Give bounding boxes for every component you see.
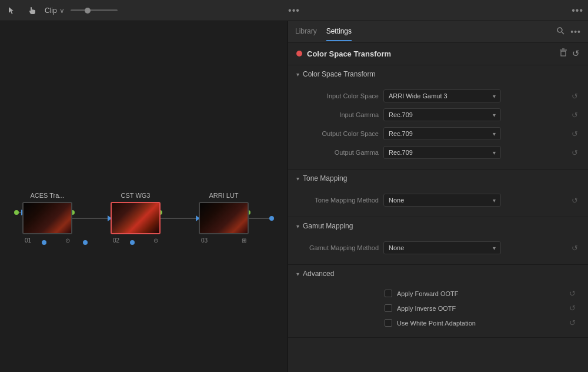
delete-effect-button[interactable] <box>559 48 567 59</box>
node-aces[interactable]: ACES Tra... 01 ⊙ <box>22 192 72 245</box>
svg-line-17 <box>562 32 564 35</box>
section-gamut-mapping-body: Gamut Mapping Method None ▾ ↺ <box>288 235 588 264</box>
select-tool-button[interactable] <box>5 5 19 16</box>
toolbar-right: ••• <box>572 5 583 16</box>
node-arri-body[interactable] <box>199 202 249 234</box>
zoom-slider[interactable] <box>71 9 118 11</box>
input-color-space-reset[interactable]: ↺ <box>569 92 580 101</box>
node-arri-icon: ⊞ <box>242 237 246 244</box>
input-color-space-label: Input Color Space <box>296 92 379 99</box>
input-gamma-row: Input Gamma Rec.709 ▾ ↺ <box>296 105 580 124</box>
section-cst: ▾ Color Space Transform Input Color Spac… <box>288 65 588 170</box>
output-gamma-reset[interactable]: ↺ <box>569 148 580 157</box>
node-arri[interactable]: ARRI LUT 03 ⊞ <box>199 192 249 245</box>
node-cst-body[interactable] <box>111 202 161 234</box>
tabs-container: Library Settings <box>295 22 352 41</box>
hand-tool-button[interactable] <box>25 5 39 16</box>
input-color-space-control: ARRI Wide Gamut 3 ▾ <box>383 89 564 102</box>
node-aces-icon: ⊙ <box>65 237 70 244</box>
apply-forward-ootf-checkbox[interactable] <box>385 290 392 297</box>
input-gamma-dropdown[interactable]: Rec.709 ▾ <box>383 108 501 121</box>
gamut-mapping-method-value: None <box>389 244 404 251</box>
node-aces-footer: 01 ⊙ <box>22 236 72 245</box>
section-tone-mapping-body: Tone Mapping Method None ▾ ↺ <box>288 187 588 217</box>
use-white-point-reset[interactable]: ↺ <box>569 318 580 327</box>
effect-header: Color Space Transform ↺ <box>288 42 588 65</box>
output-color-space-reset[interactable]: ↺ <box>569 129 580 138</box>
input-gamma-value: Rec.709 <box>389 111 413 118</box>
clip-dropdown-arrow[interactable]: ∨ <box>59 6 65 15</box>
use-white-point-checkbox[interactable] <box>385 319 392 327</box>
section-advanced-body: Apply Forward OOTF ↺ Apply Inverse OOTF … <box>288 283 588 337</box>
tone-mapping-method-reset[interactable]: ↺ <box>569 196 580 205</box>
section-cst-header[interactable]: ▾ Color Space Transform <box>288 65 588 83</box>
tab-library-label: Library <box>295 27 317 35</box>
gamut-mapping-method-reset[interactable]: ↺ <box>569 244 580 253</box>
apply-forward-ootf-reset[interactable]: ↺ <box>569 289 580 298</box>
output-color-space-dropdown[interactable]: Rec.709 ▾ <box>383 127 501 140</box>
section-tone-mapping-title: Tone Mapping <box>303 174 347 182</box>
toolbar-dots-1[interactable]: ••• <box>288 5 300 15</box>
zoom-thumb[interactable] <box>85 8 91 14</box>
output-color-space-arrow: ▾ <box>493 131 496 137</box>
use-white-point-label: Use White Point Adaptation <box>397 320 476 327</box>
tone-mapping-method-label: Tone Mapping Method <box>296 197 379 204</box>
output-gamma-row: Output Gamma Rec.709 ▾ ↺ <box>296 143 580 162</box>
node-editor-panel: ACES Tra... 01 ⊙ CST WG3 02 ⊙ <box>0 21 288 372</box>
section-cst-body: Input Color Space ARRI Wide Gamut 3 ▾ ↺ … <box>288 83 588 169</box>
panel-menu-button[interactable]: ••• <box>570 27 581 36</box>
node-aces-label: ACES Tra... <box>30 192 64 199</box>
svg-point-7 <box>14 210 19 215</box>
apply-inverse-ootf-label: Apply Inverse OOTF <box>397 305 456 312</box>
input-gamma-arrow: ▾ <box>493 112 496 118</box>
node-arri-num: 03 <box>201 237 208 244</box>
toolbar-dots-2[interactable]: ••• <box>572 5 583 15</box>
svg-point-12 <box>83 240 88 245</box>
section-gamut-mapping-arrow: ▾ <box>296 223 299 230</box>
svg-rect-18 <box>561 51 566 56</box>
node-cst-thumbnail <box>112 203 159 233</box>
effect-actions: ↺ <box>559 48 580 59</box>
apply-inverse-ootf-row: Apply Inverse OOTF ↺ <box>296 301 580 315</box>
node-arri-thumbnail <box>200 203 248 233</box>
gamut-mapping-method-dropdown[interactable]: None ▾ <box>383 241 501 254</box>
section-gamut-mapping-header[interactable]: ▾ Gamut Mapping <box>288 217 588 235</box>
tab-library[interactable]: Library <box>295 22 317 41</box>
search-button[interactable] <box>556 26 564 36</box>
gamut-mapping-method-row: Gamut Mapping Method None ▾ ↺ <box>296 238 580 257</box>
output-gamma-dropdown[interactable]: Rec.709 ▾ <box>383 146 501 159</box>
section-tone-mapping-header[interactable]: ▾ Tone Mapping <box>288 170 588 187</box>
node-graph[interactable]: ACES Tra... 01 ⊙ CST WG3 02 ⊙ <box>0 21 288 372</box>
section-gamut-mapping: ▾ Gamut Mapping Gamut Mapping Method Non… <box>288 217 588 265</box>
section-gamut-mapping-title: Gamut Mapping <box>303 222 353 230</box>
node-arri-label: ARRI LUT <box>209 192 238 199</box>
node-aces-body[interactable] <box>22 202 72 234</box>
gamut-mapping-method-control: None ▾ <box>383 241 564 254</box>
gamut-mapping-method-arrow: ▾ <box>493 245 496 251</box>
input-gamma-reset[interactable]: ↺ <box>569 111 580 119</box>
input-color-space-dropdown[interactable]: ARRI Wide Gamut 3 ▾ <box>383 89 501 102</box>
node-cst[interactable]: CST WG3 02 ⊙ <box>111 192 161 245</box>
reset-effect-button[interactable]: ↺ <box>572 48 580 59</box>
toolbar-left: Clip ∨ <box>5 5 567 16</box>
tone-mapping-method-value: None <box>389 197 404 204</box>
input-color-space-row: Input Color Space ARRI Wide Gamut 3 ▾ ↺ <box>296 87 580 105</box>
section-cst-arrow: ▾ <box>296 71 299 78</box>
gamut-mapping-method-label: Gamut Mapping Method <box>296 244 379 251</box>
svg-point-6 <box>269 216 274 221</box>
tone-mapping-method-control: None ▾ <box>383 194 564 207</box>
section-cst-title: Color Space Transform <box>303 70 375 78</box>
section-advanced-title: Advanced <box>303 270 334 278</box>
tab-settings-label: Settings <box>326 27 352 35</box>
tab-settings[interactable]: Settings <box>326 22 352 41</box>
section-advanced-header[interactable]: ▾ Advanced <box>288 265 588 283</box>
node-cst-label: CST WG3 <box>121 192 151 199</box>
use-white-point-wrap: Use White Point Adaptation <box>385 319 563 327</box>
effect-enabled-dot[interactable] <box>296 51 302 57</box>
tab-bar: Library Settings ••• <box>288 21 588 42</box>
apply-inverse-ootf-checkbox[interactable] <box>385 304 392 312</box>
tone-mapping-method-dropdown[interactable]: None ▾ <box>383 194 501 207</box>
input-gamma-control: Rec.709 ▾ <box>383 108 564 121</box>
apply-inverse-ootf-reset[interactable]: ↺ <box>569 304 580 313</box>
section-advanced: ▾ Advanced Apply Forward OOTF ↺ <box>288 265 588 338</box>
